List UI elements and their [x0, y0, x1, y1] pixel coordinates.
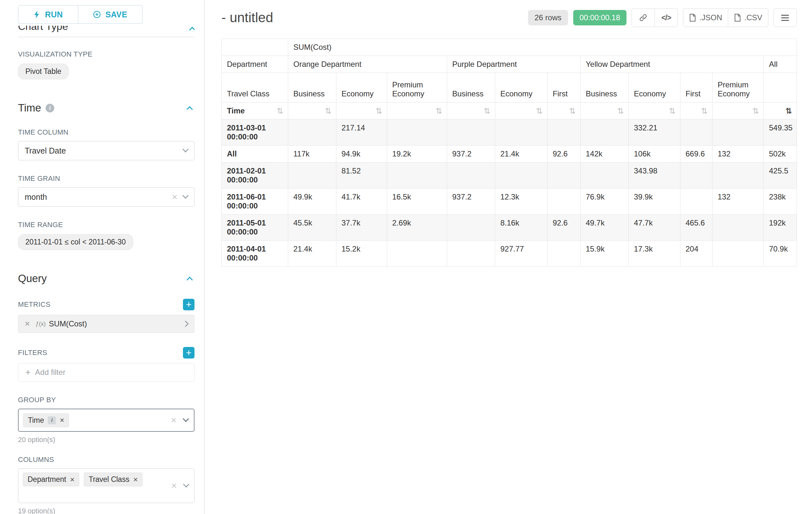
- column-sort-header[interactable]: ⇅: [387, 103, 447, 119]
- chevron-up-icon: [189, 27, 195, 33]
- department-header-cell: Orange Department: [288, 56, 447, 73]
- department-header-cell: Yellow Department: [581, 56, 764, 73]
- info-icon[interactable]: i: [48, 416, 56, 424]
- save-button[interactable]: SAVE: [78, 5, 143, 24]
- value-cell: [581, 163, 629, 189]
- travel-class-header-cell: [764, 73, 797, 103]
- row-label-cell: 2011-02-01 00:00:00: [222, 163, 288, 189]
- metric-item[interactable]: × ƒ(x) SUM(Cost): [18, 315, 195, 333]
- sort-icon[interactable]: ⇅: [669, 107, 675, 115]
- value-cell: 937.2: [447, 145, 495, 163]
- travel-class-header-cell: Premium Economy: [387, 73, 447, 103]
- sort-icon[interactable]: ⇅: [436, 107, 442, 115]
- chart-type-section-header[interactable]: Chart Type: [18, 26, 195, 35]
- column-sort-header[interactable]: ⇅: [495, 103, 548, 119]
- query-section-header[interactable]: Query: [18, 272, 195, 285]
- add-filter-plus-button[interactable]: +: [183, 347, 195, 358]
- time-grain-select[interactable]: month ×: [18, 187, 195, 207]
- dimension-tag[interactable]: Department×: [23, 472, 79, 486]
- value-cell: 927.77: [495, 241, 548, 267]
- travel-class-header-cell: Economy: [495, 73, 548, 103]
- time-range-value[interactable]: 2011-01-01 ≤ col < 2011-06-30: [18, 234, 133, 250]
- value-cell: 47.7k: [629, 215, 680, 241]
- sort-icon[interactable]: ⇅: [569, 107, 576, 115]
- value-cell: 45.5k: [288, 215, 336, 241]
- export-json-button[interactable]: .JSON: [683, 8, 728, 27]
- sort-icon[interactable]: ⇅: [484, 107, 490, 115]
- value-cell: 37.7k: [336, 215, 387, 241]
- control-panel: RUN SAVE Chart Type VISUALIZATION TYPE P…: [0, 0, 205, 514]
- sort-icon[interactable]: ⇅: [701, 107, 708, 115]
- value-cell: 132: [713, 145, 764, 163]
- embed-code-button[interactable]: </>: [655, 8, 678, 27]
- value-cell: [713, 215, 764, 241]
- pivot-row: 2011-06-01 00:00:0049.9k41.7k16.5k937.21…: [222, 189, 797, 215]
- chevron-down-icon: [182, 192, 189, 199]
- export-csv-button[interactable]: .CSV: [728, 8, 768, 27]
- chart-type-title: Chart Type: [18, 26, 68, 35]
- value-cell: [680, 119, 713, 145]
- menu-button[interactable]: [774, 8, 796, 27]
- chart-header-controls: 26 rows 00:00:00.18 </> .JSON: [528, 8, 796, 27]
- value-cell: 217.14: [336, 119, 387, 145]
- sort-icon[interactable]: ⇅: [277, 107, 283, 115]
- add-metric-button[interactable]: +: [183, 299, 195, 310]
- column-sort-header[interactable]: ⇅: [680, 103, 713, 119]
- time-grain-label: TIME GRAIN: [18, 174, 195, 183]
- time-grain-value: month: [25, 192, 172, 202]
- column-sort-header[interactable]: ⇅: [336, 103, 387, 119]
- chevron-down-icon[interactable]: [183, 416, 189, 422]
- clear-icon[interactable]: ×: [172, 192, 177, 202]
- column-sort-header[interactable]: ⇅: [548, 103, 581, 119]
- groupby-tags: Timei×: [23, 413, 69, 427]
- clear-icon[interactable]: ×: [171, 481, 177, 491]
- sort-icon[interactable]: ⇅: [617, 107, 624, 115]
- value-cell: [713, 241, 764, 267]
- value-cell: [447, 163, 495, 189]
- copy-link-button[interactable]: [632, 8, 655, 27]
- chevron-down-icon[interactable]: [183, 481, 190, 488]
- column-sort-header[interactable]: ⇅: [764, 103, 797, 119]
- run-button[interactable]: RUN: [18, 5, 78, 24]
- dimension-tag[interactable]: Travel Class×: [84, 472, 143, 486]
- column-sort-header[interactable]: ⇅: [581, 103, 629, 119]
- sort-icon[interactable]: ⇅: [325, 107, 331, 115]
- visualization-type-value[interactable]: Pivot Table: [18, 63, 69, 79]
- department-header-cell: Purple Department: [447, 56, 581, 73]
- time-column-select[interactable]: Travel Date: [18, 141, 195, 160]
- travel-class-header-cell: Economy: [629, 73, 680, 103]
- value-cell: [581, 119, 629, 145]
- sort-icon[interactable]: ⇅: [536, 107, 543, 115]
- clear-icon[interactable]: ×: [171, 415, 176, 425]
- remove-metric-icon[interactable]: ×: [25, 319, 30, 328]
- sort-icon[interactable]: ⇅: [376, 107, 382, 115]
- function-icon: ƒ(x): [36, 321, 46, 327]
- value-cell: [680, 189, 713, 215]
- remove-tag-icon[interactable]: ×: [60, 416, 64, 424]
- department-header-row: DepartmentOrange DepartmentPurple Depart…: [222, 56, 797, 73]
- pivot-row: 2011-02-01 00:00:0081.52343.98425.5: [222, 163, 797, 189]
- remove-tag-icon[interactable]: ×: [70, 476, 75, 484]
- column-sort-header[interactable]: ⇅: [629, 103, 680, 119]
- travel-class-header-cell: First: [548, 73, 581, 103]
- column-sort-header[interactable]: ⇅: [447, 103, 495, 119]
- columns-select[interactable]: Department×Travel Class× ×: [18, 468, 195, 503]
- file-icon: [734, 14, 741, 22]
- dimension-tag[interactable]: Timei×: [23, 413, 69, 427]
- export-json-label: .JSON: [699, 13, 722, 22]
- column-sort-header[interactable]: ⇅: [288, 103, 336, 119]
- travel-class-header-cell: Economy: [336, 73, 387, 103]
- time-section-header[interactable]: Time i: [18, 102, 195, 114]
- sort-icon[interactable]: ⇅: [785, 107, 792, 115]
- corner-cell: [222, 39, 288, 56]
- column-sort-header[interactable]: ⇅: [713, 103, 764, 119]
- add-filter-button[interactable]: + Add filter: [18, 363, 195, 382]
- chart-title: - untitled: [222, 10, 528, 25]
- time-sort-header[interactable]: Time⇅: [222, 103, 288, 119]
- group-by-select[interactable]: Timei× ×: [18, 409, 195, 432]
- value-cell: 92.6: [548, 145, 581, 163]
- remove-tag-icon[interactable]: ×: [133, 476, 138, 484]
- sort-icon[interactable]: ⇅: [752, 107, 759, 115]
- plus-circle-icon: [93, 10, 101, 18]
- value-cell: 92.6: [548, 215, 581, 241]
